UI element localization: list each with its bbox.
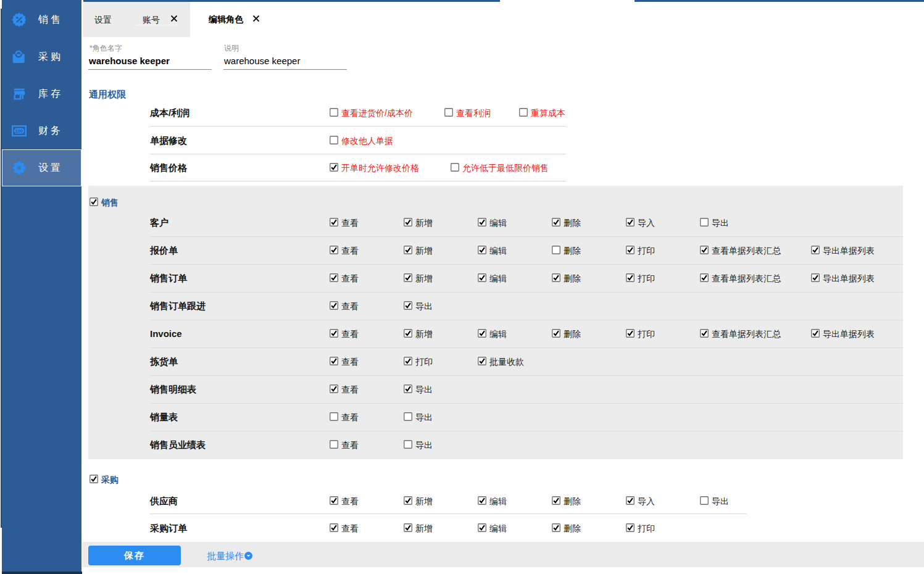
svg-text:100: 100: [15, 128, 23, 134]
